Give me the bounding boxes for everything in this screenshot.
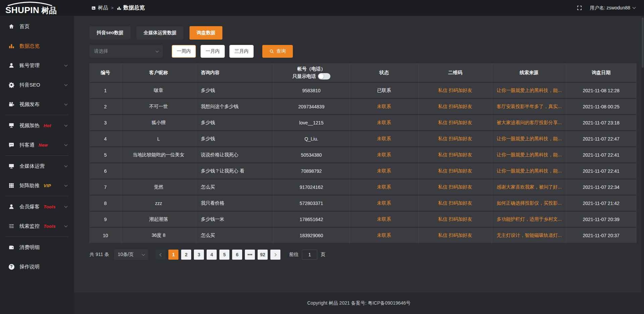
range-week-button[interactable]: 一周内 <box>172 45 196 58</box>
source-link[interactable]: 如何正确选择投影仪，买投影... <box>492 196 567 212</box>
sidebar-item-home[interactable]: 首页 <box>0 17 74 36</box>
qrcode-links[interactable]: 私信 扫码加好友 <box>419 228 492 244</box>
phone-only-toggle[interactable] <box>318 73 330 80</box>
prev-page-button[interactable] <box>156 250 166 260</box>
page-size-select[interactable]: 10条/页 <box>114 249 148 260</box>
page-button-6[interactable]: 6 <box>232 250 242 260</box>
bar-chart-icon <box>8 43 15 49</box>
qrcode-links[interactable]: 私信 扫码加好友 <box>419 163 492 179</box>
qrcode-links[interactable]: 私信 扫码加好友 <box>419 83 492 99</box>
source-link[interactable]: 多功能护栏灯，适用于乡村文... <box>492 212 567 228</box>
new-badge: New <box>39 143 48 148</box>
sidebar-item-account-management[interactable]: 账号管理 <box>0 56 74 75</box>
bar-chart-icon <box>117 6 121 10</box>
source-link[interactable]: 让你一眼就爱上的黑科技，能... <box>492 163 567 179</box>
sidebar-item-label: 视频加热 <box>19 122 40 129</box>
account-select[interactable]: 请选择 <box>90 45 163 58</box>
sidebar-item-douyin-seo[interactable]: 抖音SEO <box>0 75 74 95</box>
page-button-2[interactable]: 2 <box>181 250 191 260</box>
cell-content: 多少钱一米 <box>196 212 273 228</box>
search-button[interactable]: 查询 <box>262 45 293 58</box>
table-row: 9 潮起潮落 多少钱一米 178651642 未联系 私信 扫码加好友 多功能护… <box>90 212 636 228</box>
qrcode-links[interactable]: 私信 扫码加好友 <box>419 212 492 228</box>
sidebar-item-instructions[interactable]: ? 操作说明 <box>0 257 74 276</box>
chevron-down-icon <box>633 6 636 9</box>
source-link[interactable]: 让你一眼就爱上的黑科技，能... <box>492 147 567 163</box>
status-badge: 未联系 <box>350 99 419 115</box>
cell-account: 572803371 <box>273 196 350 212</box>
tab-inquiry-data[interactable]: 询盘数据 <box>190 26 222 40</box>
qrcode-links[interactable]: 私信 扫码加好友 <box>419 196 492 212</box>
cell-nickname: 不可一世 <box>121 99 196 115</box>
cell-account: 917024162 <box>273 179 350 196</box>
status-badge: 未联系 <box>350 228 419 244</box>
user-menu[interactable]: 用户名: zswodun88 <box>590 5 635 11</box>
page-button-1[interactable]: 1 <box>168 250 178 260</box>
qrcode-links[interactable]: 私信 扫码加好友 <box>419 179 492 196</box>
scrollbar-track[interactable] <box>641 16 644 314</box>
qrcode-links[interactable]: 私信 扫码加好友 <box>419 147 492 163</box>
cell-content: 我想问这个多少钱 <box>196 99 273 115</box>
chevron-down-icon <box>64 164 68 167</box>
tab-omnimedia-data[interactable]: 全媒体运营数据 <box>137 26 183 40</box>
fullscreen-icon[interactable] <box>577 5 582 11</box>
sidebar-item-matrix-boost[interactable]: 矩阵助推 VIP <box>0 176 74 195</box>
sidebar-item-douketong[interactable]: 抖客通 New <box>0 135 74 155</box>
sidebar-item-video-heating[interactable]: 视频加热 Hot <box>0 116 74 135</box>
breadcrumb-root[interactable]: 树品 <box>91 5 108 11</box>
search-button-label: 查询 <box>276 48 286 54</box>
sidebar-item-omnimedia[interactable]: 全媒体运营 <box>0 156 74 176</box>
hot-badge: Hot <box>44 123 51 128</box>
next-page-button[interactable] <box>270 250 280 260</box>
gear-icon <box>8 82 15 88</box>
cell-account: 9583810 <box>273 83 350 99</box>
page-ellipsis-button[interactable]: ••• <box>245 250 255 260</box>
cell-id: 4 <box>90 131 121 147</box>
qrcode-links[interactable]: 私信 扫码加好友 <box>419 131 492 147</box>
scrollbar-thumb[interactable] <box>642 17 644 68</box>
source-link[interactable]: 客厅安装投影半年多了，真实... <box>492 99 567 115</box>
chevron-down-icon <box>64 204 68 208</box>
qrcode-links[interactable]: 私信 扫码加好友 <box>419 99 492 115</box>
source-link[interactable]: 被大家追着问的客厅投影分享... <box>492 115 567 131</box>
sidebar: 首页 数据总览 账号管理 抖音SEO 视频发布 视频加热 Hot 抖客通 New… <box>0 16 74 314</box>
qrcode-links[interactable]: 私信 扫码加好友 <box>419 115 492 131</box>
status-badge: 已联系 <box>350 83 419 99</box>
page-button-5[interactable]: 5 <box>219 250 229 260</box>
video-camera-icon <box>8 101 15 107</box>
sidebar-item-label: 全媒体运营 <box>19 163 45 169</box>
sidebar-item-spending-details[interactable]: 消费明细 <box>0 238 74 257</box>
range-quarter-button[interactable]: 三月内 <box>229 45 254 58</box>
username-label: 用户名: zswodun88 <box>590 5 630 11</box>
inquiry-table: 编号 客户昵称 咨询内容 帐号（电话） 只显示电话 状态 二维码 线索来源 询盘… <box>90 63 636 244</box>
goto-page-input[interactable] <box>302 250 317 260</box>
sidebar-item-member-burst[interactable]: 会员爆客 Tools <box>0 197 74 216</box>
status-badge: 未联系 <box>350 196 419 212</box>
sidebar-item-label: 矩阵助推 <box>19 182 40 189</box>
source-link[interactable]: 让你一眼就爱上的黑科技，能... <box>492 131 567 147</box>
source-link[interactable]: 感谢大家喜欢我家，被问了好... <box>492 179 567 196</box>
date-range-group: 一周内 一月内 三月内 <box>172 45 254 58</box>
sidebar-item-label: 视频发布 <box>19 101 40 108</box>
sidebar-item-data-overview[interactable]: 数据总览 <box>0 36 74 56</box>
goto-label: 前往 <box>289 252 299 258</box>
chevron-down-icon <box>64 143 68 146</box>
source-link[interactable]: 让你一眼就爱上的黑科技，能... <box>492 83 567 99</box>
data-tabs: 抖音seo数据 全媒体运营数据 询盘数据 <box>90 26 636 40</box>
page-button-4[interactable]: 4 <box>207 250 217 260</box>
monitor-icon <box>8 163 15 169</box>
page-button-3[interactable]: 3 <box>194 250 204 260</box>
col-header-status: 状态 <box>350 63 419 83</box>
sidebar-item-label: 账号管理 <box>19 62 40 69</box>
sidebar-item-video-publish[interactable]: 视频发布 <box>0 95 74 114</box>
col-header-date: 询盘日期 <box>566 63 636 83</box>
page-button-92[interactable]: 92 <box>258 250 268 260</box>
pagination: 共 911 条 10条/页 1 2 3 4 5 6 ••• 92 前往 页 <box>90 249 636 260</box>
table-row: 7 觉然 怎么买 917024162 未联系 私信 扫码加好友 感谢大家喜欢我家… <box>90 179 636 196</box>
source-link[interactable]: 无主灯设计，智能磁吸轨道灯... <box>492 228 567 244</box>
sidebar-item-lead-monitoring[interactable]: 线索监控 Tools <box>0 216 74 236</box>
sliders-icon <box>8 223 15 229</box>
app-logo: SHUPIN 树品 <box>0 0 74 16</box>
range-month-button[interactable]: 一月内 <box>201 45 225 58</box>
tab-douyin-seo-data[interactable]: 抖音seo数据 <box>90 26 130 40</box>
